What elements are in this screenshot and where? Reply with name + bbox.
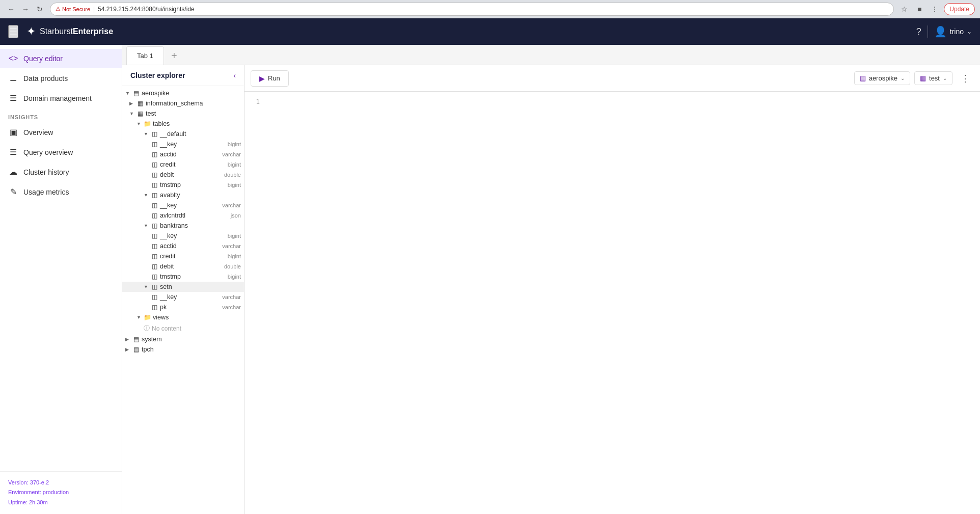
user-section[interactable]: 👤 trino ⌄ [934,25,972,38]
warning-icon: ⚠ [56,6,61,12]
column-debit-row[interactable]: ◫ debit double [122,170,244,180]
sidebar-item-overview[interactable]: ▣ Overview [0,122,122,142]
column-avablty-key-row[interactable]: ◫ __key varchar [122,200,244,210]
table-avablty-row[interactable]: ▼ ◫ avablty [122,190,244,200]
column-banktrans-acctid-type: varchar [218,243,241,249]
table-setn-row[interactable]: ▼ ◫ setn [122,282,244,292]
catalog-selector-value: aerospike [869,74,897,82]
column-setn-key-row[interactable]: ◫ __key varchar [122,292,244,302]
code-area[interactable]: 1 [244,92,980,514]
sidebar-item-query-overview[interactable]: ☰ Query overview [0,142,122,162]
code-content-1[interactable] [266,98,974,107]
schema-chevron-icon: ⌄ [943,75,947,81]
brand-name: StarburstEnterprise [40,27,113,36]
column-credit-label: credit [160,161,222,168]
menu-button[interactable]: ⋮ [929,3,941,15]
catalog-aerospike: ▼ ▤ aerospike ▶ ▦ information_schema [122,88,244,334]
catalog-system-label: system [142,336,241,343]
column-debit-type: double [220,172,241,178]
table-icon: ◫ [151,283,158,290]
column-banktrans-tmstmp-row[interactable]: ◫ tmstmp bigint [122,272,244,282]
tab-label: Tab 1 [137,52,153,60]
tab-1[interactable]: Tab 1 [126,46,164,65]
column-avlcntrdtl-label: avlcntrdtl [160,212,225,219]
table-icon: ◫ [151,192,158,199]
browser-actions: ☆ ■ ⋮ Update [898,3,975,15]
column-tmstmp-default-type: bigint [224,182,241,188]
column-banktrans-acctid-row[interactable]: ◫ acctid varchar [122,241,244,251]
sidebar-label-usage-metrics: Usage metrics [23,188,69,196]
hamburger-menu[interactable]: ☰ [8,25,18,38]
column-tmstmp-default-row[interactable]: ◫ tmstmp bigint [122,180,244,190]
catalog-tpch-row[interactable]: ▶ ▤ tpch [122,344,244,355]
forward-button[interactable]: → [19,3,32,15]
folder-icon: 📁 [144,120,151,127]
column-banktrans-debit-row[interactable]: ◫ debit double [122,261,244,272]
sidebar: <> Query editor ⚊ Data products ☰ Domain… [0,45,122,514]
usage-metrics-icon: ✎ [8,187,18,197]
folder-views-row[interactable]: ▼ 📁 views [122,312,244,322]
editor-area: Cluster explorer ‹ ▼ ▤ aerospike [122,65,980,514]
sidebar-label-data-products: Data products [23,74,68,83]
sidebar-label-domain-management: Domain management [23,94,92,102]
brand: ✦ StarburstEnterprise [26,25,113,38]
cluster-history-icon: ☁ [8,167,18,177]
column-setn-key-label: __key [160,293,216,301]
table-default-row[interactable]: ▼ ◫ __default [122,129,244,139]
column-icon: ◫ [151,161,158,168]
column-banktrans-key-row[interactable]: ◫ __key bigint [122,231,244,241]
more-options-button[interactable]: ⋮ [957,70,974,87]
catalog-selector[interactable]: ▤ aerospike ⌄ [854,71,910,85]
run-button[interactable]: ▶ Run [251,70,289,87]
code-editor[interactable] [266,98,974,107]
catalog-selector-icon: ▤ [860,74,866,82]
column-key-row[interactable]: ◫ __key bigint [122,139,244,149]
add-tab-button[interactable]: + [166,47,182,64]
column-setn-pk-row[interactable]: ◫ pk varchar [122,302,244,312]
column-icon: ◫ [151,253,158,260]
catalog-aerospike-row[interactable]: ▼ ▤ aerospike [122,88,244,98]
column-avlcntrdtl-row[interactable]: ◫ avlcntrdtl json [122,210,244,221]
sidebar-label-cluster-history: Cluster history [23,168,69,176]
reload-button[interactable]: ↻ [34,3,46,15]
column-icon: ◫ [151,212,158,219]
column-icon: ◫ [151,304,158,311]
back-button[interactable]: ← [5,3,17,15]
sidebar-item-usage-metrics[interactable]: ✎ Usage metrics [0,182,122,202]
schema-test-row[interactable]: ▼ ▦ test [122,109,244,119]
user-icon: 👤 [934,25,947,38]
help-button[interactable]: ? [916,26,921,37]
nav-buttons: ← → ↻ [5,3,46,15]
collapse-explorer-button[interactable]: ‹ [233,71,236,79]
catalog-system-row[interactable]: ▶ ▤ system [122,334,244,344]
update-button[interactable]: Update [944,3,975,15]
bookmark-button[interactable]: ☆ [898,3,910,15]
schema-icon: ▦ [137,100,144,107]
sidebar-item-query-editor[interactable]: <> Query editor [0,49,122,68]
sidebar-label-query-editor: Query editor [23,55,63,63]
user-chevron-icon: ⌄ [967,28,972,35]
explorer-header: Cluster explorer ‹ [122,65,244,86]
table-banktrans-row[interactable]: ▼ ◫ banktrans [122,221,244,231]
table-icon: ◫ [151,222,158,229]
chevron-down-icon: ▼ [144,223,149,228]
schema-selector[interactable]: ▦ test ⌄ [914,71,952,85]
column-banktrans-credit-row[interactable]: ◫ credit bigint [122,251,244,261]
column-icon: ◫ [151,141,158,148]
explorer-title: Cluster explorer [130,71,185,79]
sidebar-item-cluster-history[interactable]: ☁ Cluster history [0,162,122,182]
sidebar-label-overview: Overview [23,128,53,137]
extensions-button[interactable]: ■ [913,3,925,15]
folder-tables-row[interactable]: ▼ 📁 tables [122,119,244,129]
sidebar-item-data-products[interactable]: ⚊ Data products [0,68,122,88]
column-icon: ◫ [151,151,158,158]
address-bar[interactable]: ⚠ Not Secure | 54.219.215.244:8080/ui/in… [50,3,894,16]
schema-information-schema-row[interactable]: ▶ ▦ information_schema [122,98,244,109]
column-acctid-row[interactable]: ◫ acctid varchar [122,149,244,159]
column-icon: ◫ [151,171,158,178]
column-credit-row[interactable]: ◫ credit bigint [122,159,244,170]
explorer-tree: ▼ ▤ aerospike ▶ ▦ information_schema [122,86,244,514]
column-acctid-type: varchar [218,151,241,157]
catalog-tpch: ▶ ▤ tpch [122,344,244,355]
sidebar-item-domain-management[interactable]: ☰ Domain management [0,88,122,108]
